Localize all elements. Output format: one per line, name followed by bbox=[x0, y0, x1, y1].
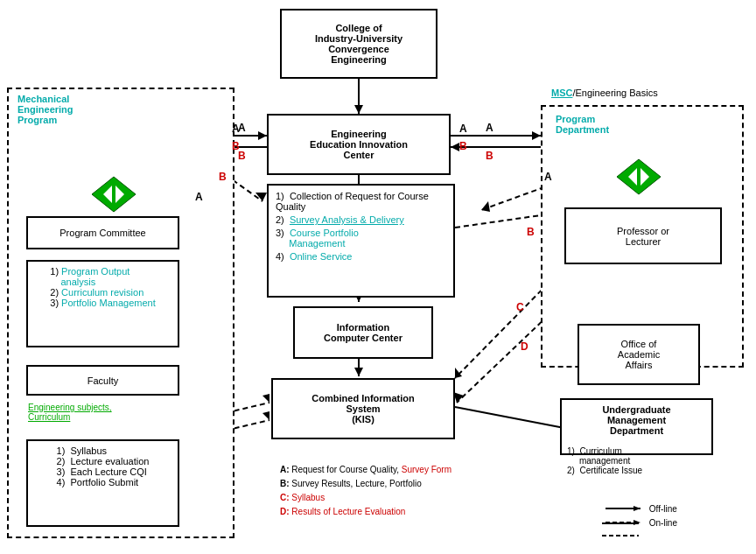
professor-box: Professor orLecturer bbox=[564, 207, 722, 264]
program-committee-box: Program Committee bbox=[26, 216, 179, 249]
svg-line-44 bbox=[455, 407, 569, 429]
svg-marker-57 bbox=[634, 520, 640, 525]
mechanical-program-label: MechanicalEngineeringProgram bbox=[18, 94, 74, 125]
diagram-container: A B A B B A A B bbox=[0, 0, 756, 554]
legend-annotations: A: Request for Course Quality, Survey Fo… bbox=[280, 463, 452, 519]
svg-marker-33 bbox=[455, 368, 462, 378]
info-center-label: InformationComputer Center bbox=[324, 322, 402, 343]
mech-list: 1) Program Output analysis 2) Curriculum… bbox=[50, 266, 155, 308]
arrow-b-diag-label: B bbox=[219, 171, 227, 183]
arrow-b-right-label: B bbox=[459, 140, 467, 152]
arrow-b-prof-label: B bbox=[527, 226, 535, 238]
faculty-box: Faculty bbox=[26, 365, 179, 396]
faculty-list-box: 1) Syllabus 2) Lecture evaluation 3) Eac… bbox=[26, 439, 179, 527]
oa-affairs-box: Office ofAcademicAffairs bbox=[578, 324, 700, 385]
arrow-a-left-label: A bbox=[232, 123, 240, 135]
svg-marker-51 bbox=[617, 159, 661, 194]
engineering-subjects-label: Engineering subjects,Curriculum bbox=[28, 403, 112, 422]
undergrad-content: UndergraduateManagementDepartment bbox=[602, 404, 670, 439]
mech-list-box: 1) Program Output analysis 2) Curriculum… bbox=[26, 260, 179, 347]
kis-box: Combined InformationSystem(KIS) bbox=[271, 378, 455, 439]
svg-marker-9 bbox=[451, 143, 459, 151]
svg-marker-5 bbox=[354, 368, 363, 376]
mechanical-region: MechanicalEngineeringProgram Program Com… bbox=[7, 88, 234, 538]
eeic-list: 1) Collection of Request for Course Qual… bbox=[276, 191, 446, 262]
svg-marker-7 bbox=[532, 131, 541, 140]
info-center-box: InformationComputer Center bbox=[293, 306, 433, 359]
svg-text:B: B bbox=[486, 150, 494, 162]
svg-marker-39 bbox=[262, 394, 270, 403]
program-committee-label: Program Committee bbox=[60, 228, 145, 238]
kis-label: Combined InformationSystem(KIS) bbox=[312, 393, 414, 424]
svg-marker-13 bbox=[258, 131, 267, 140]
program-dept-label: ProgramDepartment bbox=[556, 114, 609, 135]
svg-marker-19 bbox=[256, 193, 267, 201]
undergrad-list: 1) Curriculum management 2) Certificate … bbox=[567, 446, 642, 475]
arrow-b-left-label: B bbox=[232, 140, 240, 152]
college-box: College ofIndustry-UniversityConvergence… bbox=[280, 9, 438, 79]
faculty-list: 1) Syllabus 2) Lecture evaluation 3) Eac… bbox=[57, 445, 150, 487]
svg-text:C: C bbox=[516, 301, 524, 313]
green-diamond-icon bbox=[88, 172, 140, 218]
svg-marker-1 bbox=[354, 105, 363, 114]
eeic-content-box: 1) Collection of Request for Course Qual… bbox=[267, 184, 455, 298]
svg-marker-42 bbox=[262, 411, 270, 420]
arrow-a-prof-label: A bbox=[544, 171, 552, 183]
svg-marker-48 bbox=[92, 177, 136, 212]
svg-marker-55 bbox=[634, 506, 640, 511]
professor-label: Professor orLecturer bbox=[617, 226, 669, 247]
eeic-box: EngineeringEducation InnovationCenter bbox=[267, 114, 451, 175]
svg-marker-21 bbox=[481, 201, 490, 212]
arrow-a-diag-label: A bbox=[195, 191, 203, 203]
svg-text:D: D bbox=[521, 340, 528, 353]
legend-offline: Off-line On-line bbox=[606, 503, 677, 528]
program-dept-diamond-icon bbox=[612, 155, 665, 200]
msc-label: MSC/Engineering Basics bbox=[551, 88, 658, 98]
faculty-label: Faculty bbox=[88, 375, 118, 386]
oa-affairs-label: Office ofAcademicAffairs bbox=[618, 339, 660, 370]
college-label: College ofIndustry-UniversityConvergence… bbox=[315, 23, 402, 65]
arrow-a-right-label: A bbox=[459, 123, 467, 135]
svg-text:A: A bbox=[486, 122, 494, 134]
eeic-label: EngineeringEducation InnovationCenter bbox=[310, 129, 408, 160]
